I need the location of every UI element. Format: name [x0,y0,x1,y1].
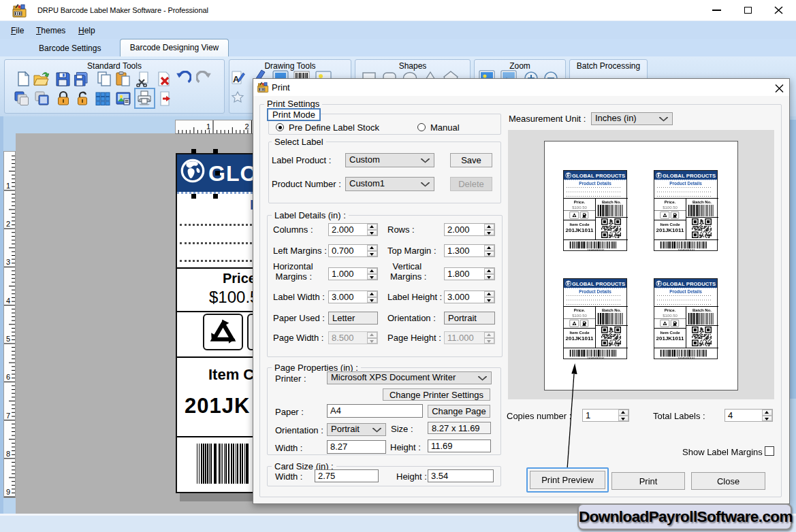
svg-text:9: 9 [6,488,10,496]
svg-text:4: 4 [6,297,10,305]
svg-text:1: 1 [206,122,210,131]
svg-text:6: 6 [6,373,10,381]
svg-text:2: 2 [6,220,10,228]
svg-text:1: 1 [6,182,10,190]
svg-text:3: 3 [6,258,10,266]
svg-text:5: 5 [6,335,10,343]
svg-text:2: 2 [244,122,249,131]
svg-text:8: 8 [6,450,10,458]
svg-text:7: 7 [6,412,10,420]
